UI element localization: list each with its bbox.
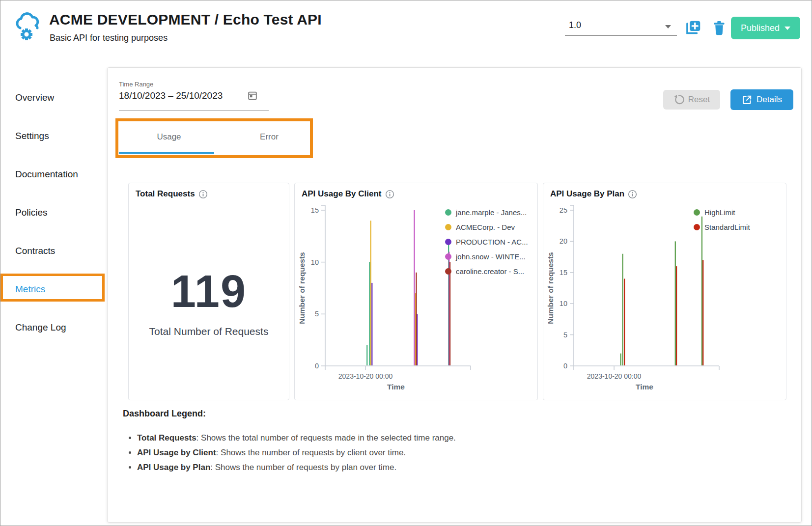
- legend-item: PRODUCTION - AC...: [445, 234, 528, 249]
- legend-color-dot: [445, 239, 451, 245]
- calendar-icon[interactable]: [247, 89, 258, 101]
- published-status-button[interactable]: Published: [731, 17, 800, 39]
- time-range-label: Time Range: [119, 81, 153, 88]
- legend-color-dot: [445, 268, 451, 275]
- dashboard-legend-heading: Dashboard Legend:: [123, 409, 206, 419]
- usage-by-plan-legend: HighLimitStandardLimit: [694, 205, 750, 234]
- legend-label: HighLimit: [704, 208, 735, 217]
- legend-color-dot: [694, 224, 700, 230]
- legend-item: StandardLimit: [694, 220, 750, 234]
- legend-item: jane.marple - Janes...: [445, 205, 528, 220]
- svg-text:15: 15: [311, 206, 319, 214]
- usage-by-client-card-title: API Usage By Client: [302, 189, 394, 199]
- usage-by-plan-chart: 05101520252023-10-20 00:00TimeNumber of …: [543, 183, 787, 401]
- version-select[interactable]: 1.0: [565, 17, 677, 36]
- total-requests-value: 119: [129, 266, 289, 317]
- usage-by-plan-title-text: API Usage By Plan: [550, 189, 624, 199]
- dashboard-legend-list: Total Requests: Shows the total number o…: [137, 432, 456, 476]
- svg-text:5: 5: [563, 331, 567, 339]
- svg-text:10: 10: [311, 258, 319, 266]
- info-icon[interactable]: [628, 190, 637, 199]
- legend-color-dot: [445, 209, 451, 216]
- sidebar-item-overview[interactable]: Overview: [15, 89, 54, 107]
- dashboard-legend-item: Total Requests: Shows the total number o…: [137, 432, 456, 443]
- legend-item: caroline.creator - S...: [445, 264, 528, 278]
- library-add-icon[interactable]: [684, 19, 702, 37]
- svg-text:Time: Time: [387, 383, 405, 391]
- tab-error[interactable]: Error: [219, 121, 319, 153]
- open-in-new-icon: [742, 95, 752, 105]
- trash-icon[interactable]: [711, 19, 728, 37]
- legend-label: john.snow - WINTE...: [456, 252, 526, 261]
- usage-by-client-title-text: API Usage By Client: [302, 189, 382, 199]
- svg-text:0: 0: [563, 362, 567, 370]
- info-icon[interactable]: [198, 190, 208, 199]
- total-requests-card: Total Requests 119 Total Number of Reque…: [128, 183, 289, 400]
- total-requests-card-title: Total Requests: [136, 189, 208, 199]
- legend-item: ACMECorp. - Dev: [445, 220, 528, 234]
- usage-by-plan-card: 05101520252023-10-20 00:00TimeNumber of …: [543, 183, 786, 400]
- total-requests-title-text: Total Requests: [136, 189, 195, 199]
- svg-text:Number of requests: Number of requests: [298, 252, 306, 324]
- sidebar-item-documentation[interactable]: Documentation: [15, 166, 78, 183]
- tab-usage[interactable]: Usage: [119, 121, 219, 153]
- dashboard-legend-item: API Usage by Client: Shows the number of…: [137, 447, 456, 458]
- version-select-value: 1.0: [569, 20, 581, 30]
- header: ACME DEVELOPMENT / Echo Test API Basic A…: [0, 0, 812, 63]
- reset-restore-icon: [673, 94, 684, 105]
- legend-item: HighLimit: [694, 205, 750, 220]
- svg-text:2023-10-20 00:00: 2023-10-20 00:00: [338, 372, 393, 380]
- tab-strip: UsageError: [119, 121, 791, 153]
- usage-by-client-card: 0510152023-10-20 00:00TimeNumber of requ…: [294, 183, 538, 400]
- sidebar: OverviewSettingsDocumentationPoliciesCon…: [0, 63, 107, 526]
- page-subtitle: Basic API for testing purposes: [50, 33, 168, 43]
- total-requests-caption: Total Number of Requests: [129, 326, 289, 337]
- published-status-label: Published: [741, 23, 780, 33]
- sidebar-item-settings[interactable]: Settings: [15, 127, 49, 145]
- active-tab-indicator: [119, 152, 214, 154]
- time-range-value[interactable]: 18/10/2023 – 25/10/2023: [119, 90, 223, 101]
- time-range-underline: [119, 110, 269, 111]
- legend-color-dot: [694, 209, 700, 216]
- usage-by-client-legend: jane.marple - Janes...ACMECorp. - DevPRO…: [445, 205, 528, 278]
- svg-text:5: 5: [315, 310, 319, 318]
- info-icon[interactable]: [385, 190, 394, 199]
- sidebar-item-metrics[interactable]: Metrics: [15, 280, 45, 298]
- svg-text:Number of requests: Number of requests: [546, 252, 555, 324]
- legend-label: StandardLimit: [704, 223, 750, 231]
- legend-color-dot: [445, 224, 451, 230]
- metrics-panel: Time Range 18/10/2023 – 25/10/2023 Reset…: [107, 67, 802, 523]
- sidebar-item-change-log[interactable]: Change Log: [15, 319, 66, 336]
- legend-label: ACMECorp. - Dev: [456, 223, 515, 231]
- sidebar-item-contracts[interactable]: Contracts: [15, 242, 55, 260]
- dashboard-legend-item: API Usage by Plan: Shows the number of r…: [137, 462, 456, 473]
- cloud-gear-logo-icon: [13, 11, 43, 44]
- reset-button-label: Reset: [688, 95, 710, 105]
- legend-color-dot: [445, 253, 451, 260]
- page-title: ACME DEVELOPMENT / Echo Test API: [49, 11, 322, 28]
- app-window: ACME DEVELOPMENT / Echo Test API Basic A…: [0, 0, 812, 526]
- svg-text:Time: Time: [636, 383, 653, 391]
- chevron-down-icon: [784, 27, 790, 30]
- sidebar-item-policies[interactable]: Policies: [15, 204, 47, 221]
- svg-text:10: 10: [560, 300, 567, 307]
- svg-text:2023-10-20 00:00: 2023-10-20 00:00: [587, 372, 642, 380]
- svg-text:15: 15: [560, 269, 567, 277]
- legend-label: jane.marple - Janes...: [456, 208, 527, 217]
- legend-label: PRODUCTION - AC...: [456, 238, 528, 246]
- svg-text:0: 0: [315, 362, 319, 370]
- legend-item: john.snow - WINTE...: [445, 249, 528, 264]
- details-button[interactable]: Details: [730, 89, 793, 110]
- svg-text:20: 20: [560, 237, 567, 245]
- legend-label: caroline.creator - S...: [456, 267, 524, 276]
- chevron-down-icon: [665, 25, 671, 28]
- details-button-label: Details: [756, 95, 782, 105]
- reset-button[interactable]: Reset: [663, 90, 720, 110]
- usage-by-plan-card-title: API Usage By Plan: [550, 189, 637, 199]
- svg-text:25: 25: [560, 206, 567, 214]
